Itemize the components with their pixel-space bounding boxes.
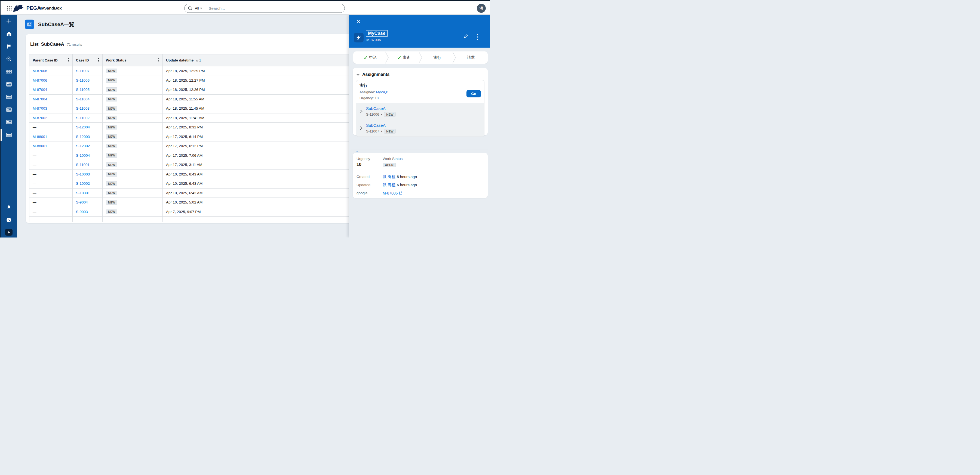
case-id-link[interactable]: S-10003 <box>76 172 90 176</box>
panel-tab[interactable] <box>373 141 374 150</box>
grid-dots-icon <box>6 5 12 11</box>
list-title: List_SubCaseA <box>30 41 64 47</box>
sidebar-item-apps[interactable] <box>0 65 17 78</box>
case-id-link[interactable]: S-10004 <box>76 153 90 157</box>
sidebar-divider <box>0 201 17 201</box>
case-id-link[interactable]: S-10002 <box>76 181 90 186</box>
app-launcher-icon[interactable] <box>6 5 13 12</box>
column-header[interactable]: Work Status <box>103 54 163 67</box>
column-header[interactable]: Parent Case ID <box>29 54 73 67</box>
parent-case-link[interactable]: M-88001 <box>33 135 47 139</box>
parent-case-link[interactable]: — <box>33 191 37 195</box>
case-id-link[interactable]: S-9004 <box>76 200 88 204</box>
stage-item: 審査 <box>387 51 421 64</box>
child-case-link[interactable]: SubCaseA <box>366 123 396 127</box>
parent-case-link[interactable]: — <box>33 210 37 214</box>
case-id-link[interactable]: S-12003 <box>76 135 90 139</box>
sidebar-item-subcasea-list[interactable] <box>0 129 17 141</box>
case-type-title[interactable]: MyCase <box>366 30 388 37</box>
column-menu-icon[interactable] <box>98 57 100 64</box>
case-ai-tile[interactable] <box>354 33 364 43</box>
parent-case-link[interactable]: M-87003 <box>33 106 47 110</box>
case-id-link[interactable]: S-11004 <box>76 97 89 101</box>
parent-case-link[interactable]: — <box>33 125 37 129</box>
status-badge: NEW <box>106 87 117 92</box>
parent-case-link[interactable]: — <box>33 200 37 204</box>
expand-sidebar-button[interactable] <box>5 229 13 235</box>
parent-case-link[interactable]: M-87006 <box>33 78 47 83</box>
chevron-right-icon <box>360 108 363 114</box>
case-id-link[interactable]: S-11002 <box>76 116 89 120</box>
case-id-link[interactable]: S-12004 <box>76 125 90 129</box>
case-id-link[interactable]: S-11006 <box>76 78 89 83</box>
close-panel-button[interactable] <box>356 19 361 24</box>
user-avatar[interactable]: 洪 <box>477 4 486 13</box>
panel-tab[interactable] <box>365 141 366 150</box>
updated-by-surname-link[interactable]: 洪 <box>383 183 387 187</box>
sidebar-item-case-list-2[interactable] <box>0 91 17 103</box>
updated-by-name-link[interactable]: 春植 <box>388 183 395 187</box>
parent-case-link[interactable]: — <box>33 153 37 157</box>
case-actions-menu[interactable] <box>476 33 479 41</box>
child-status-badge: NEW <box>384 112 395 117</box>
parent-case-link[interactable]: M-87002 <box>33 116 47 120</box>
page-title: SubCaseA一覧 <box>38 15 74 34</box>
case-id-link[interactable]: S-11005 <box>76 87 89 92</box>
sidebar-item-case-list-1[interactable] <box>0 78 17 91</box>
global-search[interactable]: All <box>184 4 345 13</box>
parent-case-link[interactable]: M-88001 <box>33 144 47 148</box>
sidebar-item-insights[interactable] <box>0 53 17 65</box>
google-case-link[interactable]: M-87006 <box>383 191 398 195</box>
column-menu-icon[interactable] <box>158 57 160 64</box>
bell-icon <box>6 205 12 210</box>
recents-button[interactable] <box>0 214 17 225</box>
sidebar-item-case-list-3[interactable] <box>0 103 17 116</box>
flag-icon <box>6 43 12 49</box>
go-button[interactable]: Go <box>466 90 481 97</box>
case-id-link[interactable]: S-12002 <box>76 144 90 148</box>
panel-tabs <box>356 141 390 150</box>
column-menu-icon[interactable] <box>68 57 70 64</box>
chart-search-icon <box>6 56 12 62</box>
parent-case-link[interactable]: M-87006 <box>33 69 47 73</box>
created-by-name-link[interactable]: 春植 <box>388 175 395 179</box>
status-badge: NEW <box>106 106 117 111</box>
check-icon <box>397 56 401 60</box>
column-header[interactable]: Case ID <box>73 54 103 67</box>
task-name: 実行 <box>360 83 481 88</box>
parent-case-link[interactable]: — <box>33 181 37 186</box>
assignee-link[interactable]: MyWQ1 <box>376 90 389 94</box>
panel-header: MyCase M-87006 <box>349 15 490 48</box>
case-id-link[interactable]: S-10001 <box>76 191 90 195</box>
assignments-header[interactable]: Assignments <box>356 71 484 78</box>
sidebar-item-flag[interactable] <box>0 40 17 53</box>
created-by-surname-link[interactable]: 洪 <box>383 175 387 179</box>
child-case-subline: S-11006 • NEW <box>366 112 396 117</box>
expand-child-button[interactable] <box>360 126 363 131</box>
child-case-link[interactable]: SubCaseA <box>366 106 396 111</box>
parent-case-link[interactable]: M-87004 <box>33 97 47 101</box>
sidebar-create-button[interactable] <box>0 15 17 27</box>
search-input[interactable] <box>205 6 345 11</box>
panel-tab[interactable] <box>381 141 382 150</box>
case-list-icon <box>6 94 12 100</box>
case-id-link[interactable]: S-9003 <box>76 210 88 214</box>
parent-case-link[interactable]: — <box>33 163 37 167</box>
stage-item: 請求 <box>454 51 488 64</box>
case-id-link[interactable]: S-11001 <box>76 163 89 167</box>
status-badge: NEW <box>106 191 117 195</box>
work-status-label: Work Status <box>383 157 484 161</box>
edit-case-button[interactable] <box>464 33 469 40</box>
parent-case-link[interactable]: — <box>33 172 37 176</box>
sidebar-item-case-list-4[interactable] <box>0 116 17 129</box>
case-id-link[interactable]: S-11003 <box>76 106 89 110</box>
search-scope-dropdown[interactable]: All <box>192 4 205 13</box>
sidebar-item-home[interactable] <box>0 27 17 40</box>
expand-child-button[interactable] <box>360 108 363 114</box>
case-id-link[interactable]: S-11007 <box>76 69 89 73</box>
panel-tab[interactable] <box>356 141 358 150</box>
work-status-badge: OPEN <box>383 163 396 167</box>
parent-case-link[interactable]: M-87004 <box>33 87 47 92</box>
panel-tab[interactable] <box>389 141 390 150</box>
notifications-button[interactable] <box>0 202 17 213</box>
